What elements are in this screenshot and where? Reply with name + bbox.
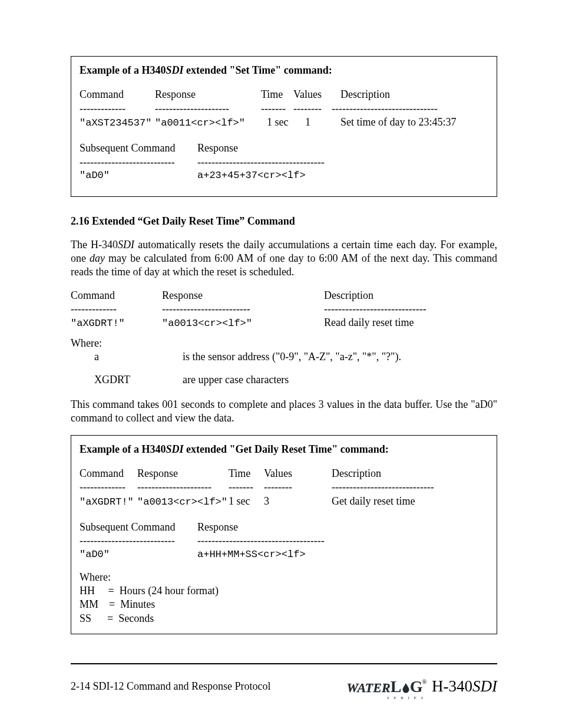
text: H-340 bbox=[432, 677, 472, 695]
section-heading: 2.16 Extended “Get Daily Reset Time” Com… bbox=[71, 215, 497, 228]
dash: -------- bbox=[293, 102, 332, 116]
where-row: SS = Seconds bbox=[80, 612, 488, 625]
box1-subtable: Subsequent Command Response ------------… bbox=[80, 141, 488, 182]
box1-table: Command Response Time Values Description… bbox=[80, 88, 488, 130]
where-row: MM = Minutes bbox=[80, 598, 488, 611]
dash: ------------------------------ bbox=[332, 102, 438, 116]
col-command: Subsequent Command bbox=[80, 141, 197, 155]
cell-response: a+HH+MM+SS<cr><lf> bbox=[197, 548, 306, 561]
col-response: Response bbox=[197, 521, 238, 534]
dash: --------------------- bbox=[155, 102, 261, 116]
registered-icon: ® bbox=[422, 677, 427, 686]
dash: ------------- bbox=[80, 102, 155, 116]
text: SDI bbox=[472, 677, 497, 695]
logo-l: L bbox=[391, 676, 402, 697]
text: extended "Set Time" command: bbox=[184, 64, 332, 76]
col-response: Response bbox=[162, 289, 324, 302]
cell-description: Get daily reset time bbox=[332, 495, 415, 508]
box2-where: Where: HH = Hours (24 hour format) MM = … bbox=[80, 571, 488, 626]
dash: ------------- bbox=[80, 480, 137, 494]
footer-rule bbox=[71, 663, 497, 664]
cell-response: a+23+45+37<cr><lf> bbox=[197, 169, 306, 182]
logo-series: S E R I E S bbox=[387, 696, 425, 701]
text: Example of a H340 bbox=[80, 64, 166, 76]
cell-command: "aXGDRT!" bbox=[71, 317, 162, 330]
text: The H-340 bbox=[71, 239, 118, 251]
footer-right: WATERLG® S E R I E S H-340SDI bbox=[346, 676, 497, 697]
where-row: HH = Hours (24 hour format) bbox=[80, 584, 488, 598]
page-footer: 2-14 SDI-12 Command and Response Protoco… bbox=[71, 663, 497, 697]
col-description: Description bbox=[324, 289, 373, 302]
text: SDI bbox=[166, 64, 184, 76]
waterlog-logo: WATERLG® S E R I E S bbox=[346, 676, 428, 697]
text: may be calculated from 6:00 AM of one da… bbox=[71, 252, 497, 278]
dash: ----------------------------- bbox=[332, 480, 434, 494]
dash: ----------------------------- bbox=[324, 302, 427, 316]
col-values: Values bbox=[293, 88, 340, 101]
box2-title: Example of a H340SDI extended "Get Daily… bbox=[80, 443, 488, 456]
where-label: Where: bbox=[80, 571, 488, 584]
dash: --------------------- bbox=[137, 480, 229, 494]
col-response: Response bbox=[137, 467, 229, 480]
col-command: Command bbox=[80, 88, 155, 101]
dash: --------------------------- bbox=[80, 156, 197, 169]
box2-subtable: Subsequent Command Response ------------… bbox=[80, 521, 488, 561]
logo-water: WATER bbox=[346, 680, 390, 697]
dash: ------------------------------------ bbox=[197, 534, 325, 548]
cell-command: "aD0" bbox=[80, 169, 197, 182]
text: SDI bbox=[118, 239, 134, 251]
cell-response: "a0013<cr><lf>" bbox=[137, 496, 229, 509]
dash: ------- bbox=[261, 102, 293, 116]
box1-title: Example of a H340SDI extended "Set Time"… bbox=[80, 64, 488, 77]
mid-table: Command Response Description -----------… bbox=[71, 289, 497, 331]
example-box-set-time: Example of a H340SDI extended "Set Time"… bbox=[71, 56, 497, 197]
cell-description: Set time of day to 23:45:37 bbox=[340, 116, 456, 129]
where-desc: are upper case characters bbox=[183, 373, 289, 387]
where-desc: is the sensor address ("0-9", "A-Z", "a-… bbox=[183, 350, 401, 364]
cell-time: 1 sec bbox=[267, 116, 305, 129]
text: Example of a H340 bbox=[80, 443, 166, 455]
col-command: Command bbox=[80, 467, 137, 480]
dash: ------- bbox=[229, 480, 264, 494]
cell-values: 3 bbox=[264, 495, 332, 508]
dash: --------------------------- bbox=[80, 534, 197, 548]
dash: ------------------------- bbox=[162, 302, 324, 316]
where-key: a bbox=[71, 350, 183, 364]
body-paragraph-2: This command takes 001 seconds to comple… bbox=[71, 398, 497, 426]
col-description: Description bbox=[332, 467, 381, 480]
text: day bbox=[90, 252, 105, 264]
cell-values: 1 bbox=[305, 116, 340, 129]
text: extended "Get Daily Reset Time" command: bbox=[184, 443, 389, 455]
dash: ------------- bbox=[71, 302, 162, 316]
dash: -------- bbox=[264, 480, 332, 494]
text: SDI bbox=[166, 443, 184, 455]
col-time: Time bbox=[261, 88, 293, 101]
cell-description: Read daily reset time bbox=[324, 316, 414, 330]
col-command: Command bbox=[71, 289, 162, 302]
col-response: Response bbox=[155, 88, 261, 101]
col-time: Time bbox=[229, 467, 264, 480]
cell-response: "a0013<cr><lf>" bbox=[162, 317, 324, 330]
where-label: Where: bbox=[71, 337, 497, 350]
cell-response: "a0011<cr><lf>" bbox=[155, 117, 267, 130]
cell-command: "aXST234537" bbox=[80, 117, 155, 130]
example-box-get-daily-reset: Example of a H340SDI extended "Get Daily… bbox=[71, 435, 497, 635]
model-number: H-340SDI bbox=[432, 676, 497, 697]
cell-command: "aD0" bbox=[80, 548, 197, 561]
cell-time: 1 sec bbox=[229, 495, 264, 508]
col-values: Values bbox=[264, 467, 332, 480]
col-command: Subsequent Command bbox=[80, 521, 197, 534]
where-key: XGDRT bbox=[71, 373, 183, 387]
box2-table: Command Response Time Values Description… bbox=[80, 467, 488, 509]
col-description: Description bbox=[340, 88, 390, 101]
footer-left-text: 2-14 SDI-12 Command and Response Protoco… bbox=[71, 680, 270, 693]
logo-g: G bbox=[410, 676, 423, 697]
cell-command: "aXGDRT!" bbox=[80, 496, 137, 509]
body-paragraph-1: The H-340SDI automatically resets the da… bbox=[71, 238, 497, 279]
col-response: Response bbox=[197, 141, 238, 155]
water-drop-icon bbox=[402, 683, 410, 693]
where-block-1: Where: a is the sensor address ("0-9", "… bbox=[71, 337, 497, 387]
dash: ------------------------------------ bbox=[197, 156, 325, 169]
